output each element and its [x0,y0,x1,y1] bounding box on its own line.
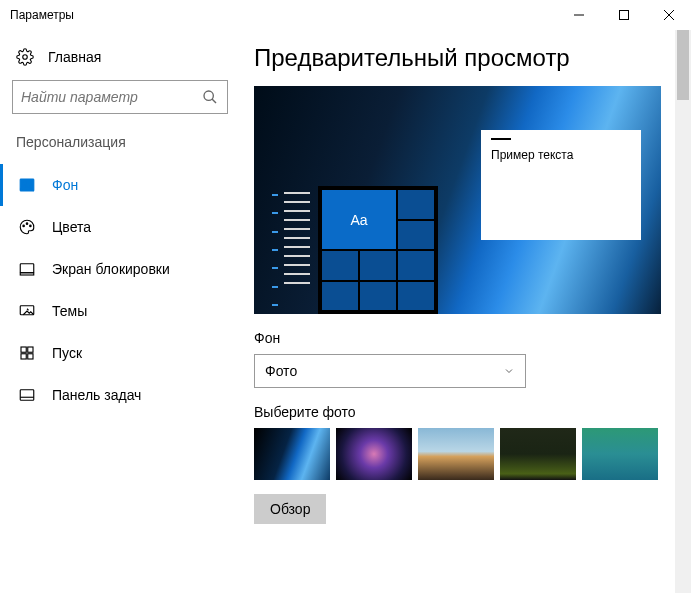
dropdown-value: Фото [265,363,297,379]
svg-point-5 [204,91,213,100]
minimize-icon [574,10,584,20]
preview-start-menu: Aa [318,186,438,314]
preview-tile-aa: Aa [322,190,396,249]
sidebar-item-label: Темы [52,303,87,319]
svg-point-4 [23,55,28,60]
photo-thumb-5[interactable] [582,428,658,480]
minimize-button[interactable] [556,0,601,30]
preview-app-list [284,186,314,314]
lockscreen-icon [18,260,36,278]
svg-rect-18 [28,354,33,359]
themes-icon [18,302,36,320]
sidebar-item-taskbar[interactable]: Панель задач [0,374,240,416]
svg-rect-13 [20,273,34,275]
scrollbar[interactable] [675,30,691,593]
background-dropdown[interactable]: Фото [254,354,526,388]
search-icon [201,88,219,106]
preview-sample-text: Пример текста [491,148,631,162]
background-preview: Aa Пример текста [254,86,661,314]
search-box[interactable] [12,80,228,114]
window-title: Параметры [10,8,74,22]
sidebar-item-themes[interactable]: Темы [0,290,240,332]
svg-rect-17 [21,354,26,359]
sidebar-item-label: Фон [52,177,78,193]
photo-thumb-1[interactable] [254,428,330,480]
palette-icon [18,218,36,236]
photo-thumb-3[interactable] [418,428,494,480]
svg-point-10 [26,223,28,225]
photo-thumb-4[interactable] [500,428,576,480]
home-label: Главная [48,49,101,65]
window-controls [556,0,691,30]
preview-sample-window: Пример текста [481,130,641,240]
sidebar-item-background[interactable]: Фон [0,164,240,206]
sidebar: Главная Персонализация Фон Цвета Экран [0,30,240,593]
sidebar-item-label: Цвета [52,219,91,235]
sidebar-item-start[interactable]: Пуск [0,332,240,374]
search-input[interactable] [21,89,201,105]
photo-thumbnails [254,428,691,480]
choose-photo-label: Выберите фото [254,404,691,420]
home-nav[interactable]: Главная [0,48,240,66]
browse-button[interactable]: Обзор [254,494,326,524]
taskbar-icon [18,386,36,404]
start-icon [18,344,36,362]
main-panel: Предварительный просмотр Aa Пример текст… [240,30,691,593]
svg-line-6 [212,99,216,103]
title-bar: Параметры [0,0,691,30]
section-label: Персонализация [0,134,240,150]
gear-icon [16,48,34,66]
svg-rect-1 [619,11,628,20]
sidebar-item-label: Экран блокировки [52,261,170,277]
svg-point-9 [23,225,25,227]
svg-point-11 [30,225,32,227]
maximize-icon [619,10,629,20]
scrollbar-thumb[interactable] [677,30,689,100]
sidebar-item-label: Пуск [52,345,82,361]
svg-rect-16 [28,347,33,352]
close-button[interactable] [646,0,691,30]
photo-thumb-2[interactable] [336,428,412,480]
svg-point-8 [23,182,26,185]
close-icon [664,10,674,20]
svg-rect-19 [20,390,34,401]
sidebar-item-lockscreen[interactable]: Экран блокировки [0,248,240,290]
page-title: Предварительный просмотр [254,44,691,72]
background-label: Фон [254,330,691,346]
preview-taskbar [272,186,278,314]
image-icon [18,176,36,194]
sidebar-item-colors[interactable]: Цвета [0,206,240,248]
maximize-button[interactable] [601,0,646,30]
chevron-down-icon [503,365,515,377]
svg-rect-12 [20,264,34,273]
sidebar-item-label: Панель задач [52,387,141,403]
svg-rect-15 [21,347,26,352]
